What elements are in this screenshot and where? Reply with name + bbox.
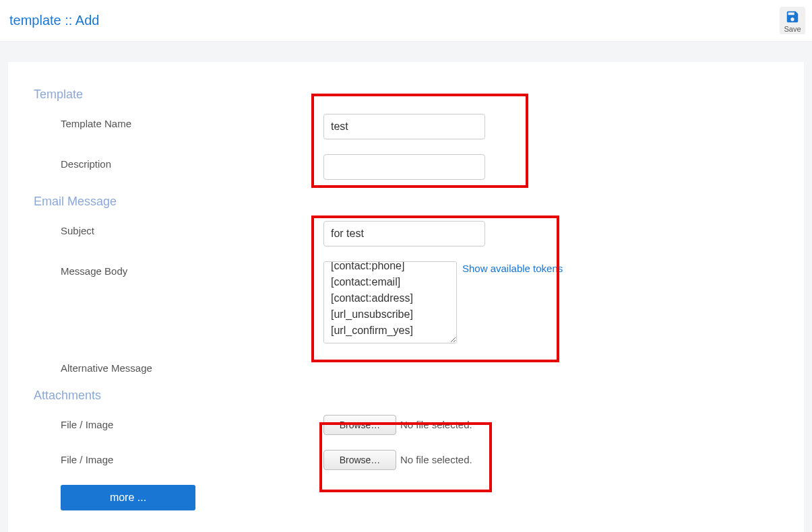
section-title-email: Email Message (34, 195, 784, 209)
page-header: template :: Add Save (0, 0, 812, 42)
label-description: Description (34, 154, 323, 170)
page-title: template :: Add (9, 13, 99, 28)
label-message-body: Message Body (34, 261, 323, 277)
row-file-2: File / Image Browse… No file selected. (34, 450, 784, 470)
link-show-tokens[interactable]: Show available tokens (462, 261, 563, 274)
form-panel: Template Template Name Description Email… (8, 62, 804, 532)
file-status-1: No file selected. (400, 415, 472, 435)
row-description: Description (34, 154, 784, 180)
input-template-name[interactable] (323, 114, 485, 139)
label-file-1: File / Image (34, 415, 323, 430)
browse-button-2[interactable]: Browse… (323, 450, 396, 470)
section-title-template: Template (34, 88, 784, 102)
textarea-message-body[interactable] (323, 261, 457, 343)
row-file-1: File / Image Browse… No file selected. (34, 415, 784, 435)
row-template-name: Template Name (34, 114, 784, 139)
row-message-body: Message Body Show available tokens (34, 261, 784, 343)
save-button-label: Save (781, 25, 804, 33)
label-file-2: File / Image (34, 450, 323, 465)
browse-button-1[interactable]: Browse… (323, 415, 396, 435)
page-background: Template Template Name Description Email… (0, 42, 812, 532)
label-alt-message: Alternative Message (34, 358, 323, 374)
input-description[interactable] (323, 154, 485, 180)
save-icon (785, 9, 800, 24)
row-subject: Subject (34, 221, 784, 246)
more-button[interactable]: more ... (61, 485, 195, 510)
input-subject[interactable] (323, 221, 485, 246)
save-button[interactable]: Save (780, 7, 805, 34)
file-status-2: No file selected. (400, 450, 472, 470)
row-alt-message: Alternative Message (34, 358, 784, 374)
label-template-name: Template Name (34, 114, 323, 129)
label-subject: Subject (34, 221, 323, 236)
section-title-attachments: Attachments (34, 389, 784, 403)
